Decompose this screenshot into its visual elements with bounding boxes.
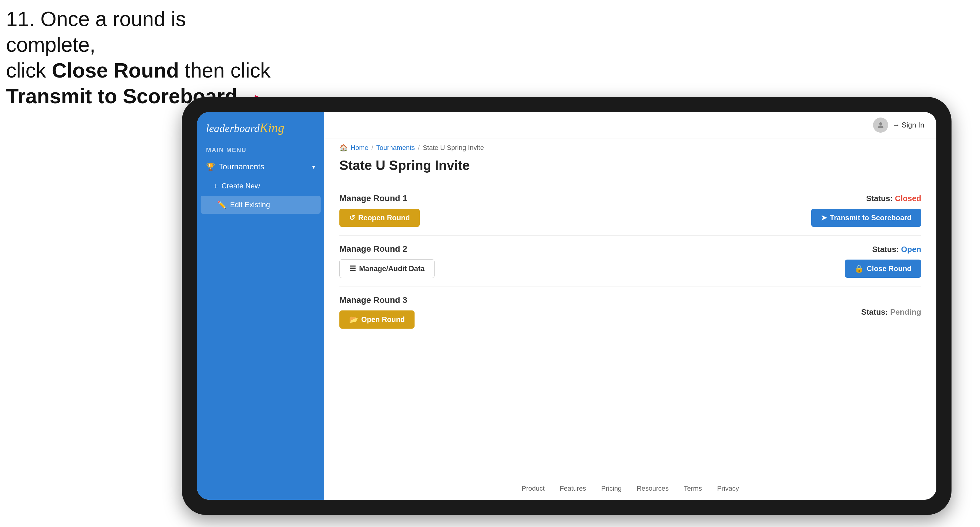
- breadcrumb-home[interactable]: Home: [351, 144, 369, 152]
- open-round-button[interactable]: 📂 Open Round: [339, 310, 415, 329]
- breadcrumb-tournaments[interactable]: Tournaments: [376, 144, 415, 152]
- reopen-round-button[interactable]: ↺ Reopen Round: [339, 209, 420, 227]
- sign-in-label: Sign In: [902, 121, 924, 129]
- instruction-line2: click: [6, 59, 52, 82]
- app-layout: leaderboardKing MAIN MENU 🏆 Tournaments …: [197, 112, 936, 500]
- logo-text: leaderboardKing: [206, 121, 315, 135]
- reopen-icon: ↺: [349, 214, 355, 222]
- footer: Product Features Pricing Resources Terms…: [324, 477, 936, 500]
- sidebar-item-tournaments[interactable]: 🏆 Tournaments ▾: [197, 157, 324, 177]
- sidebar-item-create-new[interactable]: + Create New: [197, 177, 324, 195]
- open-icon: 📂: [349, 315, 358, 324]
- manage-audit-button[interactable]: ☰ Manage/Audit Data: [339, 259, 434, 278]
- main-menu-label: MAIN MENU: [197, 142, 324, 157]
- round2-status-label: Status:: [872, 245, 899, 254]
- logo-king: King: [260, 121, 285, 135]
- lock-icon: 🔒: [854, 264, 864, 273]
- sign-in-arrow: →: [892, 121, 900, 129]
- round3-status-label: Status:: [861, 307, 888, 316]
- round-row-3: Manage Round 3 📂 Open Round Status: Pend…: [339, 287, 921, 337]
- avatar-icon: [873, 117, 888, 133]
- page-title-area: State U Spring Invite: [324, 155, 936, 182]
- footer-features[interactable]: Features: [560, 484, 586, 492]
- round2-left: Manage Round 2 ☰ Manage/Audit Data: [339, 244, 434, 278]
- sidebar-create-new-label: Create New: [221, 182, 260, 190]
- round1-status: Status: Closed: [866, 194, 921, 203]
- round1-right: Status: Closed ➤ Transmit to Scoreboard: [811, 194, 921, 227]
- breadcrumb-current: State U Spring Invite: [423, 144, 484, 152]
- tablet-shell: leaderboardKing MAIN MENU 🏆 Tournaments …: [182, 97, 951, 515]
- sidebar: leaderboardKing MAIN MENU 🏆 Tournaments …: [197, 112, 324, 500]
- round1-status-value: Closed: [895, 194, 921, 203]
- open-round-label: Open Round: [361, 315, 405, 324]
- round-row-1: Manage Round 1 ↺ Reopen Round Status: Cl…: [339, 185, 921, 236]
- logo-leaderboard: leaderboard: [206, 122, 260, 135]
- round2-label: Manage Round 2: [339, 244, 434, 254]
- logo-area: leaderboardKing: [197, 112, 324, 142]
- round-row-2: Manage Round 2 ☰ Manage/Audit Data Statu…: [339, 236, 921, 287]
- transmit-scoreboard-label: Transmit to Scoreboard: [830, 214, 912, 222]
- plus-icon: +: [214, 182, 218, 190]
- transmit-icon: ➤: [821, 214, 827, 222]
- round3-left: Manage Round 3 📂 Open Round: [339, 295, 415, 329]
- round3-status: Status: Pending: [861, 307, 921, 317]
- sidebar-item-edit-existing[interactable]: ✏️ Edit Existing: [200, 196, 321, 214]
- breadcrumb: 🏠 Home / Tournaments / State U Spring In…: [324, 138, 936, 155]
- round1-label: Manage Round 1: [339, 194, 420, 203]
- breadcrumb-sep2: /: [418, 144, 420, 152]
- round2-status-value: Open: [901, 245, 921, 254]
- instruction-bold1: Close Round: [52, 59, 179, 82]
- main-content: → Sign In 🏠 Home / Tournaments / State U…: [324, 112, 936, 500]
- sidebar-tournaments-label: Tournaments: [219, 162, 264, 171]
- sidebar-edit-existing-label: Edit Existing: [230, 200, 270, 209]
- round1-left: Manage Round 1 ↺ Reopen Round: [339, 194, 420, 227]
- breadcrumb-sep1: /: [372, 144, 373, 152]
- footer-privacy[interactable]: Privacy: [717, 484, 739, 492]
- instruction-line3: then click: [179, 59, 270, 82]
- instruction-line1: 11. Once a round is complete,: [6, 7, 186, 56]
- manage-audit-label: Manage/Audit Data: [359, 264, 425, 273]
- round3-status-value: Pending: [890, 307, 921, 316]
- footer-pricing[interactable]: Pricing: [601, 484, 622, 492]
- trophy-icon: 🏆: [206, 163, 215, 171]
- round1-status-label: Status:: [866, 194, 893, 203]
- round3-label: Manage Round 3: [339, 295, 415, 305]
- round3-right: Status: Pending: [861, 307, 921, 317]
- footer-product[interactable]: Product: [522, 484, 544, 492]
- instruction-text: 11. Once a round is complete, click Clos…: [6, 6, 279, 109]
- header: → Sign In: [324, 112, 936, 138]
- chevron-down-icon: ▾: [312, 163, 315, 170]
- sign-in-text[interactable]: → Sign In: [892, 121, 924, 129]
- close-round-button[interactable]: 🔒 Close Round: [845, 260, 921, 278]
- footer-resources[interactable]: Resources: [637, 484, 668, 492]
- reopen-round-label: Reopen Round: [358, 214, 410, 222]
- tablet-screen: leaderboardKing MAIN MENU 🏆 Tournaments …: [197, 112, 936, 500]
- footer-terms[interactable]: Terms: [684, 484, 702, 492]
- transmit-scoreboard-button[interactable]: ➤ Transmit to Scoreboard: [811, 209, 921, 227]
- breadcrumb-home-icon: 🏠: [339, 144, 348, 152]
- round2-status: Status: Open: [872, 245, 921, 254]
- audit-icon: ☰: [349, 264, 356, 273]
- page-title: State U Spring Invite: [339, 158, 921, 173]
- close-round-label: Close Round: [867, 264, 912, 273]
- rounds-container: Manage Round 1 ↺ Reopen Round Status: Cl…: [324, 182, 936, 477]
- svg-point-2: [880, 122, 882, 125]
- round2-right: Status: Open 🔒 Close Round: [845, 245, 921, 278]
- sign-in-area[interactable]: → Sign In: [873, 117, 924, 133]
- edit-icon: ✏️: [217, 200, 226, 209]
